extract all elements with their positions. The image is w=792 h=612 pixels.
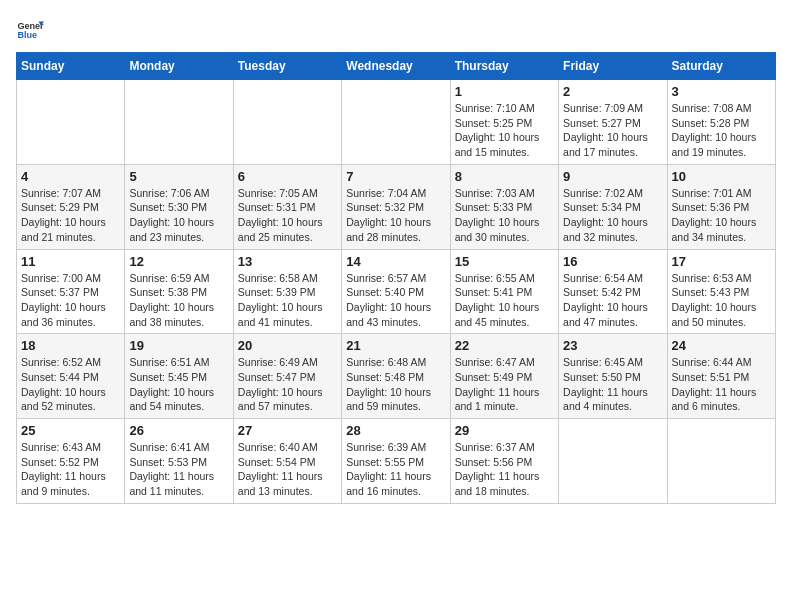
day-info: Sunrise: 7:05 AMSunset: 5:31 PMDaylight:… <box>238 186 337 245</box>
calendar-cell <box>342 80 450 165</box>
day-info: Sunrise: 6:55 AMSunset: 5:41 PMDaylight:… <box>455 271 554 330</box>
day-number: 22 <box>455 338 554 353</box>
day-info: Sunrise: 6:52 AMSunset: 5:44 PMDaylight:… <box>21 355 120 414</box>
day-info: Sunrise: 6:53 AMSunset: 5:43 PMDaylight:… <box>672 271 771 330</box>
logo-icon: General Blue <box>16 16 44 44</box>
day-info: Sunrise: 6:37 AMSunset: 5:56 PMDaylight:… <box>455 440 554 499</box>
day-number: 25 <box>21 423 120 438</box>
day-header-tuesday: Tuesday <box>233 53 341 80</box>
days-header-row: SundayMondayTuesdayWednesdayThursdayFrid… <box>17 53 776 80</box>
day-info: Sunrise: 7:04 AMSunset: 5:32 PMDaylight:… <box>346 186 445 245</box>
day-number: 12 <box>129 254 228 269</box>
day-number: 1 <box>455 84 554 99</box>
day-number: 23 <box>563 338 662 353</box>
calendar-cell: 4Sunrise: 7:07 AMSunset: 5:29 PMDaylight… <box>17 164 125 249</box>
day-number: 21 <box>346 338 445 353</box>
day-number: 27 <box>238 423 337 438</box>
day-number: 16 <box>563 254 662 269</box>
day-info: Sunrise: 6:45 AMSunset: 5:50 PMDaylight:… <box>563 355 662 414</box>
calendar-cell <box>559 419 667 504</box>
calendar-cell <box>125 80 233 165</box>
day-number: 5 <box>129 169 228 184</box>
day-info: Sunrise: 6:47 AMSunset: 5:49 PMDaylight:… <box>455 355 554 414</box>
day-info: Sunrise: 6:58 AMSunset: 5:39 PMDaylight:… <box>238 271 337 330</box>
calendar-cell: 13Sunrise: 6:58 AMSunset: 5:39 PMDayligh… <box>233 249 341 334</box>
calendar-cell: 21Sunrise: 6:48 AMSunset: 5:48 PMDayligh… <box>342 334 450 419</box>
day-info: Sunrise: 7:02 AMSunset: 5:34 PMDaylight:… <box>563 186 662 245</box>
calendar-cell: 27Sunrise: 6:40 AMSunset: 5:54 PMDayligh… <box>233 419 341 504</box>
calendar-cell: 9Sunrise: 7:02 AMSunset: 5:34 PMDaylight… <box>559 164 667 249</box>
day-info: Sunrise: 6:59 AMSunset: 5:38 PMDaylight:… <box>129 271 228 330</box>
week-row-5: 25Sunrise: 6:43 AMSunset: 5:52 PMDayligh… <box>17 419 776 504</box>
day-number: 3 <box>672 84 771 99</box>
calendar-cell <box>233 80 341 165</box>
day-info: Sunrise: 6:57 AMSunset: 5:40 PMDaylight:… <box>346 271 445 330</box>
day-number: 4 <box>21 169 120 184</box>
calendar-cell: 29Sunrise: 6:37 AMSunset: 5:56 PMDayligh… <box>450 419 558 504</box>
calendar-cell <box>17 80 125 165</box>
day-number: 7 <box>346 169 445 184</box>
day-header-sunday: Sunday <box>17 53 125 80</box>
calendar-cell: 10Sunrise: 7:01 AMSunset: 5:36 PMDayligh… <box>667 164 775 249</box>
day-header-saturday: Saturday <box>667 53 775 80</box>
day-number: 15 <box>455 254 554 269</box>
day-info: Sunrise: 7:08 AMSunset: 5:28 PMDaylight:… <box>672 101 771 160</box>
day-info: Sunrise: 6:41 AMSunset: 5:53 PMDaylight:… <box>129 440 228 499</box>
day-info: Sunrise: 7:10 AMSunset: 5:25 PMDaylight:… <box>455 101 554 160</box>
day-number: 18 <box>21 338 120 353</box>
calendar-cell: 12Sunrise: 6:59 AMSunset: 5:38 PMDayligh… <box>125 249 233 334</box>
calendar-cell: 19Sunrise: 6:51 AMSunset: 5:45 PMDayligh… <box>125 334 233 419</box>
day-info: Sunrise: 6:54 AMSunset: 5:42 PMDaylight:… <box>563 271 662 330</box>
day-number: 17 <box>672 254 771 269</box>
day-number: 2 <box>563 84 662 99</box>
calendar-cell: 26Sunrise: 6:41 AMSunset: 5:53 PMDayligh… <box>125 419 233 504</box>
calendar-cell: 15Sunrise: 6:55 AMSunset: 5:41 PMDayligh… <box>450 249 558 334</box>
calendar-table: SundayMondayTuesdayWednesdayThursdayFrid… <box>16 52 776 504</box>
week-row-2: 4Sunrise: 7:07 AMSunset: 5:29 PMDaylight… <box>17 164 776 249</box>
day-number: 14 <box>346 254 445 269</box>
day-info: Sunrise: 6:48 AMSunset: 5:48 PMDaylight:… <box>346 355 445 414</box>
day-header-thursday: Thursday <box>450 53 558 80</box>
calendar-cell: 22Sunrise: 6:47 AMSunset: 5:49 PMDayligh… <box>450 334 558 419</box>
calendar-cell: 20Sunrise: 6:49 AMSunset: 5:47 PMDayligh… <box>233 334 341 419</box>
day-info: Sunrise: 6:40 AMSunset: 5:54 PMDaylight:… <box>238 440 337 499</box>
day-number: 6 <box>238 169 337 184</box>
day-info: Sunrise: 7:09 AMSunset: 5:27 PMDaylight:… <box>563 101 662 160</box>
calendar-cell: 8Sunrise: 7:03 AMSunset: 5:33 PMDaylight… <box>450 164 558 249</box>
day-info: Sunrise: 7:07 AMSunset: 5:29 PMDaylight:… <box>21 186 120 245</box>
calendar-cell: 2Sunrise: 7:09 AMSunset: 5:27 PMDaylight… <box>559 80 667 165</box>
calendar-cell <box>667 419 775 504</box>
calendar-cell: 1Sunrise: 7:10 AMSunset: 5:25 PMDaylight… <box>450 80 558 165</box>
day-number: 24 <box>672 338 771 353</box>
calendar-cell: 3Sunrise: 7:08 AMSunset: 5:28 PMDaylight… <box>667 80 775 165</box>
day-number: 11 <box>21 254 120 269</box>
calendar-cell: 18Sunrise: 6:52 AMSunset: 5:44 PMDayligh… <box>17 334 125 419</box>
day-info: Sunrise: 6:39 AMSunset: 5:55 PMDaylight:… <box>346 440 445 499</box>
calendar-cell: 23Sunrise: 6:45 AMSunset: 5:50 PMDayligh… <box>559 334 667 419</box>
day-number: 8 <box>455 169 554 184</box>
calendar-cell: 16Sunrise: 6:54 AMSunset: 5:42 PMDayligh… <box>559 249 667 334</box>
day-info: Sunrise: 6:49 AMSunset: 5:47 PMDaylight:… <box>238 355 337 414</box>
week-row-3: 11Sunrise: 7:00 AMSunset: 5:37 PMDayligh… <box>17 249 776 334</box>
day-info: Sunrise: 6:44 AMSunset: 5:51 PMDaylight:… <box>672 355 771 414</box>
calendar-cell: 25Sunrise: 6:43 AMSunset: 5:52 PMDayligh… <box>17 419 125 504</box>
calendar-cell: 7Sunrise: 7:04 AMSunset: 5:32 PMDaylight… <box>342 164 450 249</box>
day-number: 13 <box>238 254 337 269</box>
day-info: Sunrise: 7:00 AMSunset: 5:37 PMDaylight:… <box>21 271 120 330</box>
day-number: 10 <box>672 169 771 184</box>
day-header-wednesday: Wednesday <box>342 53 450 80</box>
day-info: Sunrise: 7:06 AMSunset: 5:30 PMDaylight:… <box>129 186 228 245</box>
day-header-friday: Friday <box>559 53 667 80</box>
day-header-monday: Monday <box>125 53 233 80</box>
calendar-cell: 17Sunrise: 6:53 AMSunset: 5:43 PMDayligh… <box>667 249 775 334</box>
day-info: Sunrise: 6:51 AMSunset: 5:45 PMDaylight:… <box>129 355 228 414</box>
calendar-cell: 5Sunrise: 7:06 AMSunset: 5:30 PMDaylight… <box>125 164 233 249</box>
day-info: Sunrise: 7:03 AMSunset: 5:33 PMDaylight:… <box>455 186 554 245</box>
calendar-cell: 14Sunrise: 6:57 AMSunset: 5:40 PMDayligh… <box>342 249 450 334</box>
page-header: General Blue <box>16 16 776 44</box>
day-number: 20 <box>238 338 337 353</box>
week-row-4: 18Sunrise: 6:52 AMSunset: 5:44 PMDayligh… <box>17 334 776 419</box>
day-info: Sunrise: 7:01 AMSunset: 5:36 PMDaylight:… <box>672 186 771 245</box>
calendar-cell: 6Sunrise: 7:05 AMSunset: 5:31 PMDaylight… <box>233 164 341 249</box>
day-number: 29 <box>455 423 554 438</box>
